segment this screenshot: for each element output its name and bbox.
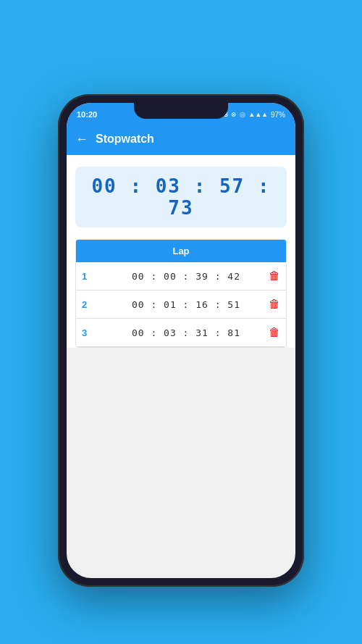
phone-wrapper: 10:20 ▣ Ƀ ⊗ ◎ ▲▲▲ 97% ← Stopwatch (58, 94, 304, 587)
status-time: 10:20 (77, 110, 97, 119)
delete-lap-button[interactable]: 🗑 (269, 326, 280, 339)
delete-lap-button[interactable]: 🗑 (269, 298, 280, 311)
lap-time: 00 : 00 : 39 : 42 (104, 271, 269, 282)
phone-frame: 10:20 ▣ Ƀ ⊗ ◎ ▲▲▲ 97% ← Stopwatch (58, 94, 304, 587)
delete-lap-button[interactable]: 🗑 (269, 269, 280, 283)
lap-number: 2 (82, 299, 104, 310)
lap-number: 1 (82, 271, 104, 282)
lap-table-wrapper: Lap 1 00 : 00 : 39 : 42 🗑 2 00 : 01 : 16… (75, 239, 287, 348)
lap-rows-container: 1 00 : 00 : 39 : 42 🗑 2 00 : 01 : 16 : 5… (76, 262, 286, 347)
phone-screen: 10:20 ▣ Ƀ ⊗ ◎ ▲▲▲ 97% ← Stopwatch (67, 103, 295, 578)
table-row: 2 00 : 01 : 16 : 51 🗑 (76, 290, 286, 319)
battery-label: 97% (271, 111, 285, 119)
app-bar: ← Stopwatch (67, 123, 295, 155)
notch (134, 103, 228, 119)
table-row: 3 00 : 03 : 31 : 81 🗑 (76, 319, 286, 347)
timer-display: 00 : 03 : 57 : 73 (75, 167, 287, 227)
lap-time: 00 : 01 : 16 : 51 (104, 299, 269, 310)
lap-number: 3 (82, 327, 104, 338)
block-icon: ⊗ (231, 111, 237, 118)
back-button[interactable]: ← (75, 132, 88, 147)
lap-table-header: Lap (76, 240, 286, 262)
content-area: 00 : 03 : 57 : 73 Lap 1 00 : 00 : 39 : 4… (67, 155, 295, 348)
timer-text: 00 : 03 : 57 : 73 (91, 175, 270, 219)
signal-icon: ▲▲▲ (248, 111, 268, 118)
table-row: 1 00 : 00 : 39 : 42 🗑 (76, 262, 286, 290)
lap-time: 00 : 03 : 31 : 81 (104, 327, 269, 338)
app-bar-title: Stopwatch (96, 133, 154, 146)
wifi-icon: ◎ (240, 111, 245, 118)
